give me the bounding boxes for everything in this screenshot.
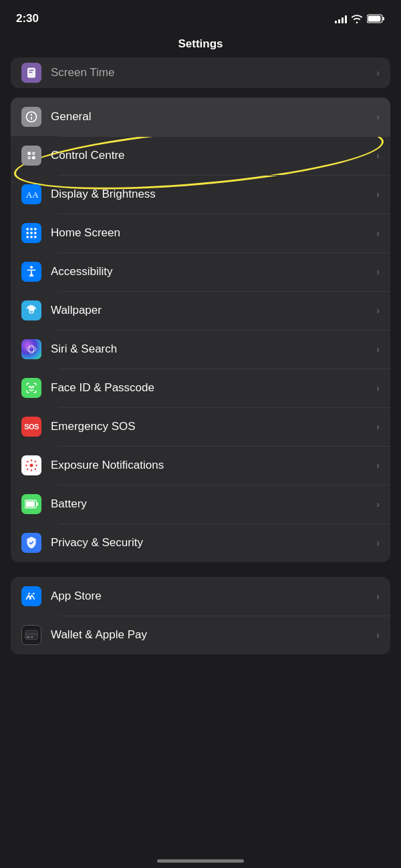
chevron-icon: › [376, 344, 380, 355]
general-icon [21, 107, 41, 127]
svg-point-29 [35, 461, 37, 463]
svg-point-31 [35, 469, 37, 471]
accessibility-label: Accessibility [51, 265, 376, 278]
list-item[interactable]: Privacy & Security › [11, 523, 390, 562]
chevron-icon: › [376, 112, 380, 122]
svg-rect-4 [29, 70, 34, 71]
svg-rect-19 [34, 236, 36, 238]
wallet-apple-pay-label: Wallet & Apple Pay [51, 628, 376, 642]
svg-point-33 [31, 469, 33, 471]
display-brightness-icon: AA [21, 184, 41, 204]
second-settings-group: App Store › Wallet & Apple Pay › [11, 577, 390, 654]
wifi-icon [351, 14, 363, 23]
svg-rect-12 [30, 228, 32, 230]
screen-time-label: Screen Time [51, 66, 376, 79]
list-item[interactable]: Home Screen › [11, 214, 390, 252]
chevron-icon: › [376, 266, 380, 277]
home-indicator [157, 859, 244, 863]
status-bar: 2:30 [0, 0, 401, 33]
siri-search-label: Siri & Search [51, 343, 376, 356]
signal-icon [335, 14, 347, 23]
control-centre-icon [21, 146, 41, 166]
list-item[interactable]: Accessibility › [11, 252, 390, 291]
list-item[interactable]: Battery › [11, 485, 390, 523]
face-id-icon [21, 378, 41, 398]
svg-rect-40 [25, 633, 37, 636]
svg-rect-16 [34, 232, 36, 234]
main-settings-group: General › Control Centre › AA [11, 97, 390, 562]
svg-rect-18 [30, 236, 32, 238]
svg-rect-1 [368, 16, 381, 22]
list-item[interactable]: AA Display & Brightness › [11, 175, 390, 214]
siri-search-icon [21, 339, 41, 359]
wallet-icon [21, 625, 41, 645]
wallpaper-icon [21, 300, 41, 320]
svg-point-25 [29, 387, 31, 388]
svg-point-32 [31, 459, 33, 461]
svg-rect-5 [29, 72, 32, 73]
partial-group: Screen Time › [11, 57, 390, 88]
list-item[interactable]: Exposure Notifications › [11, 446, 390, 485]
svg-rect-8 [33, 152, 35, 154]
battery-icon [367, 14, 385, 23]
general-label: General [51, 110, 376, 124]
svg-rect-9 [28, 157, 30, 159]
svg-rect-13 [34, 228, 36, 230]
svg-point-34 [25, 465, 27, 467]
nav-bar: Settings [0, 33, 401, 57]
chevron-icon: › [376, 537, 380, 548]
svg-rect-11 [27, 228, 29, 230]
list-item[interactable]: Control Centre › [11, 136, 390, 175]
display-brightness-label: Display & Brightness [51, 188, 376, 201]
exposure-notifications-label: Exposure Notifications [51, 459, 376, 472]
screen-time-icon [21, 63, 41, 83]
list-item[interactable]: Screen Time › [11, 57, 390, 88]
exposure-icon [21, 455, 41, 475]
svg-rect-2 [383, 17, 385, 21]
face-id-label: Face ID & Passcode [51, 381, 376, 395]
chevron-icon: › [376, 460, 380, 471]
svg-point-35 [35, 465, 37, 467]
list-item[interactable]: Wallet & Apple Pay › [11, 616, 390, 654]
list-item[interactable]: Face ID & Passcode › [11, 369, 390, 407]
accessibility-icon [21, 262, 41, 282]
svg-rect-38 [37, 503, 38, 506]
list-item[interactable]: General › [11, 97, 390, 136]
privacy-security-icon [21, 533, 41, 553]
svg-rect-37 [26, 501, 35, 507]
svg-point-27 [30, 464, 33, 467]
app-store-icon [21, 586, 41, 606]
chevron-icon: › [376, 383, 380, 393]
svg-rect-42 [31, 637, 33, 638]
svg-point-7 [32, 156, 35, 160]
list-item[interactable]: Wallpaper › [11, 291, 390, 330]
svg-point-30 [27, 469, 29, 471]
wallpaper-label: Wallpaper [51, 304, 376, 317]
settings-content: Screen Time › General › [0, 57, 401, 669]
chevron-icon: › [376, 591, 380, 602]
list-item[interactable]: Siri & Search › [11, 330, 390, 369]
battery-settings-icon [21, 494, 41, 514]
chevron-icon: › [376, 305, 380, 316]
svg-rect-41 [27, 637, 30, 638]
home-screen-icon [21, 223, 41, 243]
svg-point-24 [27, 347, 36, 352]
privacy-security-label: Privacy & Security [51, 536, 376, 550]
chevron-icon: › [376, 421, 380, 432]
svg-rect-15 [30, 232, 32, 234]
svg-point-26 [33, 387, 34, 388]
status-time: 2:30 [16, 12, 39, 25]
battery-label: Battery [51, 497, 376, 511]
emergency-sos-label: Emergency SOS [51, 420, 376, 433]
control-centre-label: Control Centre [51, 149, 376, 162]
svg-point-20 [30, 266, 33, 268]
svg-text:AA: AA [26, 190, 38, 200]
status-icons [335, 14, 385, 23]
list-item[interactable]: SOS Emergency SOS › [11, 407, 390, 446]
chevron-icon: › [376, 228, 380, 238]
svg-rect-14 [27, 232, 29, 234]
list-item[interactable]: App Store › [11, 577, 390, 616]
chevron-icon: › [376, 630, 380, 640]
svg-rect-17 [27, 236, 29, 238]
chevron-icon: › [376, 150, 380, 161]
